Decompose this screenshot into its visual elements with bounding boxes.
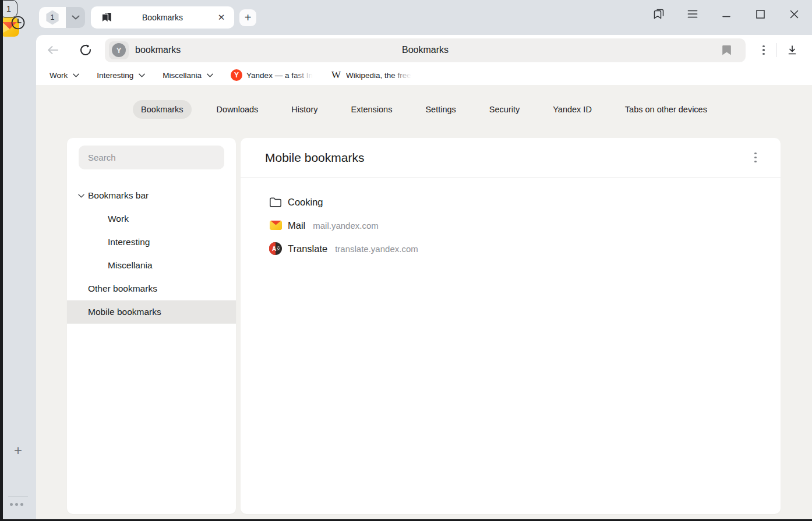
- yandex-icon: Y: [231, 69, 242, 81]
- sidebar-item-miscellania[interactable]: Miscellania: [67, 254, 236, 277]
- tree-label: Interesting: [108, 237, 150, 247]
- tab-downloads[interactable]: Downloads: [209, 100, 267, 119]
- list-item-cooking[interactable]: Cooking: [241, 190, 781, 214]
- bookmark-url: mail.yandex.com: [313, 221, 379, 231]
- new-tab-button[interactable]: +: [239, 9, 256, 26]
- site-favicon-chip[interactable]: Y: [109, 41, 129, 59]
- back-arrow-icon: [47, 45, 59, 55]
- tree-label: Mobile bookmarks: [88, 307, 161, 317]
- folder-label: Interesting: [97, 71, 133, 80]
- bookmarks-bar-folder-interesting[interactable]: Interesting: [92, 69, 150, 82]
- tab-other-devices[interactable]: Tabs on other devices: [617, 100, 715, 119]
- window-close-button[interactable]: [786, 6, 802, 22]
- plus-icon: +: [245, 11, 252, 24]
- clock-icon: [9, 14, 27, 31]
- window-maximize-button[interactable]: [753, 6, 768, 22]
- yandex-favicon: Y: [112, 43, 126, 57]
- tab-strip: 1 Bookmarks ✕ +: [36, 0, 812, 35]
- section-menu-button[interactable]: [748, 150, 763, 165]
- bookmark-panels-icon: [652, 7, 666, 21]
- browser-menu-button[interactable]: [685, 6, 700, 22]
- window-minimize-button[interactable]: [719, 6, 734, 22]
- bookmark-list: Cooking Mail mail.yandex.com A Translate…: [241, 178, 781, 260]
- bookmarks-bar-folder-work[interactable]: Work: [45, 69, 84, 82]
- rail-more-button[interactable]: [10, 503, 23, 506]
- bookmark-label: Yandex — a fast In: [246, 71, 313, 80]
- tab-extensions[interactable]: Extensions: [343, 100, 400, 119]
- bookmark-star-button[interactable]: [722, 44, 732, 56]
- tab-bookmarks-nav[interactable]: Bookmarks: [133, 100, 192, 119]
- tab-title: Bookmarks: [91, 13, 234, 22]
- chevron-down-icon: [139, 73, 145, 77]
- bookmarks-tree: Bookmarks bar Work Interesting Miscellan…: [67, 184, 236, 324]
- folder-icon: [269, 197, 283, 208]
- svg-text:A: A: [272, 246, 276, 252]
- maximize-icon: [755, 9, 765, 19]
- tab-security[interactable]: Security: [481, 100, 528, 119]
- left-rail: 1 +: [0, 0, 36, 521]
- bookmark-label: Translate: [288, 243, 327, 254]
- sidebar-item-mobile-bookmarks[interactable]: Mobile bookmarks: [67, 300, 236, 324]
- bookmark-label: Wikipedia, the free: [346, 71, 411, 80]
- tree-label: Work: [108, 214, 129, 224]
- tab-bookmarks[interactable]: Bookmarks ✕: [91, 6, 234, 29]
- search-input[interactable]: [79, 146, 224, 169]
- tree-label: Other bookmarks: [88, 283, 157, 294]
- section-title: Mobile bookmarks: [265, 151, 364, 165]
- chevron-down-icon: [72, 15, 80, 20]
- bookmarks-bar-link-yandex[interactable]: Y Yandex — a fast In: [226, 67, 317, 83]
- hamburger-menu-icon: [687, 9, 698, 19]
- screen-edge: [0, 0, 3, 521]
- sidebar-item-work[interactable]: Work: [67, 207, 236, 231]
- address-bar-menu-button[interactable]: [757, 42, 770, 58]
- tree-label: Miscellania: [108, 260, 153, 271]
- rail-divider: [8, 497, 28, 497]
- bookmarks-main-panel: Mobile bookmarks Cooking Mail mail.yande…: [241, 138, 781, 514]
- plus-icon: +: [14, 442, 22, 459]
- yandex-mail-icon: [269, 221, 283, 230]
- wikipedia-icon: W: [330, 69, 342, 81]
- sidebar-item-interesting[interactable]: Interesting: [67, 231, 236, 254]
- chevron-down-icon: [73, 73, 79, 77]
- tab-settings[interactable]: Settings: [417, 100, 464, 119]
- tab-group-badge[interactable]: 1: [39, 7, 66, 28]
- reload-icon: [79, 44, 92, 56]
- yandex-translate-icon: A: [269, 242, 283, 255]
- tab-group-dropdown[interactable]: [66, 7, 85, 28]
- folder-label: Miscellania: [163, 71, 202, 80]
- bookmark-label: Mail: [288, 220, 305, 231]
- toolbar: Y bookmarks Bookmarks: [36, 35, 812, 65]
- collections-panel-button[interactable]: [651, 6, 666, 22]
- tree-label: Bookmarks bar: [88, 190, 149, 201]
- tab-group-badge-count: 1: [51, 13, 55, 22]
- url-text[interactable]: bookmarks: [135, 45, 181, 55]
- tab-close-icon[interactable]: ✕: [216, 12, 227, 23]
- tab-history[interactable]: History: [283, 100, 326, 119]
- list-item-mail[interactable]: Mail mail.yandex.com: [241, 214, 781, 237]
- bookmark-url: translate.yandex.com: [335, 244, 418, 254]
- add-panel-button[interactable]: +: [8, 440, 29, 461]
- sidebar-item-bookmarks-bar[interactable]: Bookmarks bar: [67, 184, 236, 207]
- list-item-translate[interactable]: A Translate translate.yandex.com: [241, 237, 781, 260]
- toolbar-divider: [776, 43, 776, 57]
- bookmarks-manager-page: Bookmarks Downloads History Extensions S…: [36, 85, 812, 521]
- tab-yandex-id[interactable]: Yandex ID: [545, 100, 600, 119]
- chevron-down-icon[interactable]: [76, 191, 86, 200]
- folder-label: Work: [50, 71, 68, 80]
- bookmarks-bar-link-wikipedia[interactable]: W Wikipedia, the free: [326, 67, 416, 83]
- bookmark-label: Cooking: [288, 197, 323, 208]
- reload-button[interactable]: [77, 42, 94, 58]
- bookmarks-bar-folder-miscellania[interactable]: Miscellania: [158, 69, 218, 82]
- manager-nav: Bookmarks Downloads History Extensions S…: [36, 100, 812, 119]
- back-button[interactable]: [45, 42, 61, 58]
- page-title: Bookmarks: [105, 45, 746, 55]
- address-bar[interactable]: Y bookmarks Bookmarks: [105, 38, 746, 62]
- history-clock-button[interactable]: [8, 12, 29, 33]
- sidebar-item-other-bookmarks[interactable]: Other bookmarks: [67, 277, 236, 300]
- minimize-icon: [722, 9, 731, 19]
- chevron-down-icon: [207, 73, 213, 77]
- tab-group-selector[interactable]: 1: [39, 7, 85, 28]
- downloads-button[interactable]: [783, 42, 802, 58]
- bookmarks-sidebar: Bookmarks bar Work Interesting Miscellan…: [67, 138, 236, 514]
- bookmarks-bar: Work Interesting Miscellania Y Yandex — …: [36, 65, 812, 85]
